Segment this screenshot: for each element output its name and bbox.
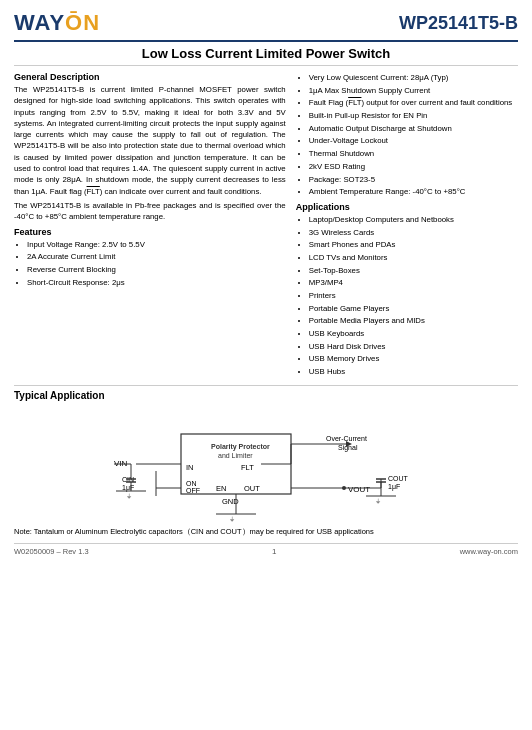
svg-text:OUT: OUT xyxy=(244,484,260,493)
bullet-item: Built-in Pull-up Resistor for EN Pin xyxy=(309,110,518,122)
svg-text:1μF: 1μF xyxy=(388,483,400,491)
general-description-body: The WP25141T5-B is current limited P-cha… xyxy=(14,84,286,223)
svg-text:FLT: FLT xyxy=(241,463,254,472)
typical-application-section: Typical Application Polarity Protector a… xyxy=(14,385,518,537)
bullet-item: Automatic Output Discharge at Shutdown xyxy=(309,123,518,135)
header: WAYŌN WP25141T5-B xyxy=(14,10,518,42)
logo-way: WAY xyxy=(14,10,65,35)
left-column: General Description The WP25141T5-B is c… xyxy=(14,72,286,379)
flt-overline: FLT xyxy=(87,187,100,196)
svg-text:⏚: ⏚ xyxy=(376,497,381,504)
applications-title: Applications xyxy=(296,202,518,212)
svg-text:VOUT: VOUT xyxy=(348,485,370,494)
bullet-item: Thermal Shutdown xyxy=(309,148,518,160)
doc-title: Low Loss Current Limited Power Switch xyxy=(14,46,518,66)
bullet-list: Very Low Quiescent Current: 28μA (Typ) 1… xyxy=(296,72,518,198)
app-item: USB Keyboards xyxy=(309,328,518,340)
flt-overline2: FLT xyxy=(348,98,361,107)
svg-text:COUT: COUT xyxy=(388,475,409,482)
svg-point-42 xyxy=(342,486,346,490)
app-item: MP3/MP4 xyxy=(309,277,518,289)
svg-text:Polarity Protector: Polarity Protector xyxy=(211,443,270,451)
general-description-para1: The WP25141T5-B is current limited P-cha… xyxy=(14,84,286,197)
bullet-item: Package: SOT23-5 xyxy=(309,174,518,186)
footer: W02050009 – Rev 1.3 1 www.way-on.com xyxy=(14,543,518,556)
feature-item: 2A Accurate Current Limit xyxy=(27,251,286,263)
app-item: Portable Media Players and MIDs xyxy=(309,315,518,327)
svg-text:and Limiter: and Limiter xyxy=(218,452,253,459)
right-column: Very Low Quiescent Current: 28μA (Typ) 1… xyxy=(296,72,518,379)
general-description-title: General Description xyxy=(14,72,286,82)
features-title: Features xyxy=(14,227,286,237)
bullet-item: Ambient Temperature Range: -40°C to +85°… xyxy=(309,186,518,198)
features-list: Input Voltage Range: 2.5V to 5.5V 2A Acc… xyxy=(14,239,286,289)
app-item: Printers xyxy=(309,290,518,302)
svg-text:EN: EN xyxy=(216,484,226,493)
feature-item: Input Voltage Range: 2.5V to 5.5V xyxy=(27,239,286,251)
footer-page: 1 xyxy=(272,547,276,556)
svg-text:⏚: ⏚ xyxy=(230,515,235,522)
feature-item: Reverse Current Blocking xyxy=(27,264,286,276)
app-item: USB Hubs xyxy=(309,366,518,378)
app-item: Set-Top-Boxes xyxy=(309,265,518,277)
bullet-item: Very Low Quiescent Current: 28μA (Typ) xyxy=(309,72,518,84)
typical-application-title: Typical Application xyxy=(14,390,518,401)
svg-text:Over-Current: Over-Current xyxy=(326,435,367,442)
app-item: 3G Wireless Cards xyxy=(309,227,518,239)
app-item: Portable Game Players xyxy=(309,303,518,315)
main-content: General Description The WP25141T5-B is c… xyxy=(14,72,518,379)
bullet-item: 1μA Max Shutdown Supply Current xyxy=(309,85,518,97)
app-item: USB Memory Drives xyxy=(309,353,518,365)
footer-doc-number: W02050009 – Rev 1.3 xyxy=(14,547,89,556)
logo: WAYŌN xyxy=(14,10,100,36)
bullet-item: 2kV ESD Rating xyxy=(309,161,518,173)
note-text: Note: Tantalum or Aluminum Electrolytic … xyxy=(14,527,518,537)
general-description-para2: The WP25141T5-B is available in Pb-free … xyxy=(14,200,286,223)
app-item: Smart Phones and PDAs xyxy=(309,239,518,251)
part-number: WP25141T5-B xyxy=(399,13,518,34)
svg-text:⏚: ⏚ xyxy=(127,492,132,499)
bullet-item: Under-Voltage Lockout xyxy=(309,135,518,147)
svg-text:OFF: OFF xyxy=(186,487,200,494)
svg-text:GND: GND xyxy=(222,497,239,506)
bullet-item: Fault Flag (FLT) output for over current… xyxy=(309,97,518,109)
app-item: Laptop/Desktop Computers and Netbooks xyxy=(309,214,518,226)
svg-text:IN: IN xyxy=(186,463,194,472)
applications-list: Laptop/Desktop Computers and Netbooks 3G… xyxy=(296,214,518,378)
circuit-svg: Polarity Protector and Limiter IN FLT ON… xyxy=(26,406,506,524)
footer-website: www.way-on.com xyxy=(460,547,518,556)
feature-item: Short-Circuit Response: 2μs xyxy=(27,277,286,289)
app-item: USB Hard Disk Drives xyxy=(309,341,518,353)
svg-text:ON: ON xyxy=(186,480,197,487)
logo-on: ŌN xyxy=(65,10,100,35)
circuit-diagram: Polarity Protector and Limiter IN FLT ON… xyxy=(14,405,518,525)
app-item: LCD TVs and Monitors xyxy=(309,252,518,264)
